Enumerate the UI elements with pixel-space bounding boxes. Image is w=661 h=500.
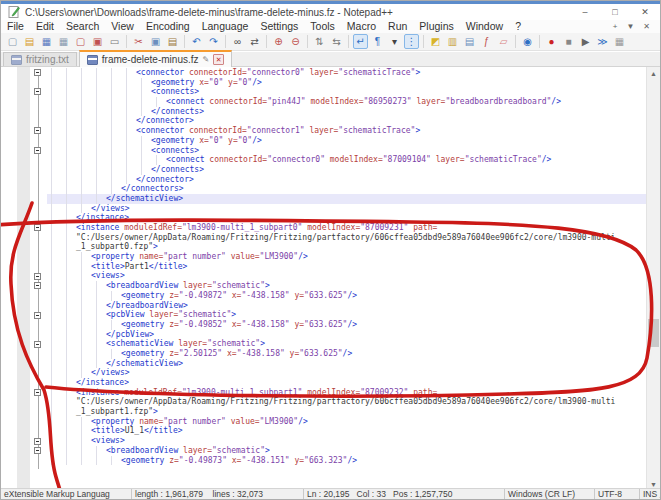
code-line[interactable]: <geometry z="-0.49852" x="-438.158" y="6… (47, 320, 646, 330)
stop-macro-icon[interactable]: ■ (561, 34, 576, 49)
code-line[interactable]: <title>U1_1</title> (47, 426, 646, 436)
find-icon[interactable]: ∞ (230, 34, 245, 49)
tab-frame-delete-minus.fz[interactable]: frame-delete-minus.fz✎✕ (79, 50, 232, 67)
fold-marker[interactable] (34, 438, 41, 445)
sync-vertical-icon[interactable]: ⇅ (312, 34, 327, 49)
show-all-characters-icon[interactable]: ¶ (370, 34, 385, 49)
menu-item-help[interactable]: ? (509, 20, 527, 33)
menu-item-plugins[interactable]: Plugins (413, 20, 459, 33)
fold-marker[interactable] (34, 69, 41, 76)
menu-item-search[interactable]: Search (60, 20, 105, 33)
menu-item-language[interactable]: Language (196, 20, 255, 33)
code-line[interactable]: <title>Part1</title> (47, 262, 646, 272)
replace-icon[interactable]: ⇄ (247, 34, 262, 49)
code-line[interactable]: </connects> (47, 165, 646, 175)
minimize-button[interactable]: – (570, 4, 600, 20)
record-macro-icon[interactable]: ● (544, 34, 559, 49)
tab-list-icon[interactable]: ▼ (626, 22, 634, 31)
undo-icon[interactable]: ↶ (189, 34, 204, 49)
save-icon[interactable]: ▦ (39, 34, 54, 49)
code-line[interactable]: <breadboardView layer="schematic"> (47, 446, 646, 456)
code-line[interactable]: </views> (47, 204, 646, 214)
code-line[interactable]: "C:/Users/owner/AppData/Roaming/Fritzing… (47, 233, 646, 243)
user-defined-dialog-icon[interactable]: ◩ (428, 34, 443, 49)
code-line[interactable]: </schematicView> (47, 194, 646, 204)
code-line[interactable]: <property name="part number" value="LM39… (47, 417, 646, 427)
menu-item-file[interactable]: File (1, 20, 30, 33)
code-line[interactable]: </connectors> (47, 184, 646, 194)
code-line[interactable]: <connector connectorId="connector0" laye… (47, 68, 646, 78)
close-button[interactable]: ✕ (630, 4, 660, 20)
code-line[interactable]: <geometry z="2.50125" x="-438.158" y="63… (47, 349, 646, 359)
code-line[interactable]: <views> (47, 436, 646, 446)
code-line[interactable]: <connects> (47, 87, 646, 97)
tab-close-icon[interactable]: ✕ (213, 54, 224, 65)
code-line[interactable]: <instance moduleIdRef="lm3900-multi_1_su… (47, 223, 646, 233)
code-line[interactable]: <property name="part number" value="LM39… (47, 252, 646, 262)
fold-marker[interactable] (34, 341, 41, 348)
menu-item-macro[interactable]: Macro (341, 20, 382, 33)
menu-item-edit[interactable]: Edit (30, 20, 60, 33)
fold-marker[interactable] (34, 224, 41, 231)
tab-fritzing.txt[interactable]: fritzing.txt (3, 52, 77, 66)
fold-marker[interactable] (34, 88, 41, 95)
word-wrap-icon[interactable]: ↵ (353, 34, 368, 49)
code-line[interactable]: </views> (47, 368, 646, 378)
code-line[interactable]: <schematicView layer="schematic"> (47, 339, 646, 349)
print-icon[interactable]: ▭ (107, 34, 122, 49)
code-line[interactable]: <instance moduleIdRef="lm3900-multi_1_su… (47, 388, 646, 398)
zoom-in-icon[interactable]: ⊕ (271, 34, 286, 49)
fold-marker[interactable] (34, 282, 41, 289)
code-line[interactable]: </breadboardView> (47, 301, 646, 311)
indent-guide-icon[interactable]: ⋮ (404, 34, 419, 49)
new-file-icon[interactable]: ▢ (5, 34, 20, 49)
code-line[interactable]: </connects> (47, 107, 646, 117)
code-editor[interactable]: <connector connectorId="connector0" laye… (1, 67, 660, 491)
save-macro-icon[interactable]: ▦ (612, 34, 627, 49)
code-line[interactable]: <pcbView layer="schematic"> (47, 310, 646, 320)
code-line[interactable]: <geometry z="-0.49873" x="-438.151" y="6… (47, 456, 646, 466)
monitoring-icon[interactable]: ◉ (520, 34, 535, 49)
menu-item-tools[interactable]: Tools (304, 20, 341, 33)
cut-icon[interactable]: ✂ (131, 34, 146, 49)
code-line[interactable]: </connector> (47, 175, 646, 185)
folder-as-workspace-icon[interactable]: ▱ (496, 34, 511, 49)
code-line[interactable]: </schematicView> (47, 359, 646, 369)
code-line[interactable]: "C:/Users/owner/AppData/Roaming/Fritzing… (47, 397, 646, 407)
menu-item-settings[interactable]: Settings (254, 20, 304, 33)
document-list-icon[interactable]: ▤ (462, 34, 477, 49)
code-line[interactable]: _1_subpart0.fzp"> (47, 242, 646, 252)
run-macro-multiple-icon[interactable]: ≫ (595, 34, 610, 49)
code-line[interactable]: <geometry x="0" y="0"/> (47, 136, 646, 146)
fold-marker[interactable] (34, 147, 41, 154)
function-list-icon[interactable]: ƒ (479, 34, 494, 49)
close-doc-icon[interactable]: ✕ (643, 22, 650, 31)
zoom-out-icon[interactable]: ⊖ (288, 34, 303, 49)
code-line[interactable]: </pcbView> (47, 330, 646, 340)
code-line[interactable]: <geometry x="0" y="0"/> (47, 78, 646, 88)
code-line[interactable]: _1_subpart1.fzp"> (47, 407, 646, 417)
code-line[interactable]: <connect connectorId="pin44J" modelIndex… (47, 97, 646, 107)
code-line[interactable]: <geometry z="-0.49872" x="-438.158" y="6… (47, 291, 646, 301)
maximize-button[interactable]: □ (600, 4, 630, 20)
fold-marker[interactable] (34, 127, 41, 134)
scrollbar-thumb[interactable] (648, 319, 659, 347)
redo-icon[interactable]: ↷ (206, 34, 221, 49)
copy-icon[interactable]: ▣ (148, 34, 163, 49)
menu-item-window[interactable]: Window (460, 20, 509, 33)
show-symbol-dropdown-icon[interactable]: ▾ (387, 34, 402, 49)
fold-marker[interactable] (34, 312, 41, 319)
menu-item-run[interactable]: Run (382, 20, 413, 33)
code-line[interactable]: <connects> (47, 146, 646, 156)
code-line[interactable]: <connector connectorId="connector1" laye… (47, 126, 646, 136)
new-tab-icon[interactable]: + (613, 22, 618, 31)
close-all-icon[interactable]: ▣ (90, 34, 105, 49)
code-line[interactable]: <breadboardView layer="schematic"> (47, 281, 646, 291)
paste-icon[interactable]: ▤ (165, 34, 180, 49)
menu-item-encoding[interactable]: Encoding (140, 20, 196, 33)
scroll-up-arrow-icon[interactable]: ▲ (647, 67, 660, 80)
fold-marker[interactable] (34, 389, 41, 396)
code-line[interactable]: </instance> (47, 378, 646, 388)
code-line[interactable]: <connect connectorId="connector0" modelI… (47, 155, 646, 165)
close-file-icon[interactable]: ▢ (73, 34, 88, 49)
